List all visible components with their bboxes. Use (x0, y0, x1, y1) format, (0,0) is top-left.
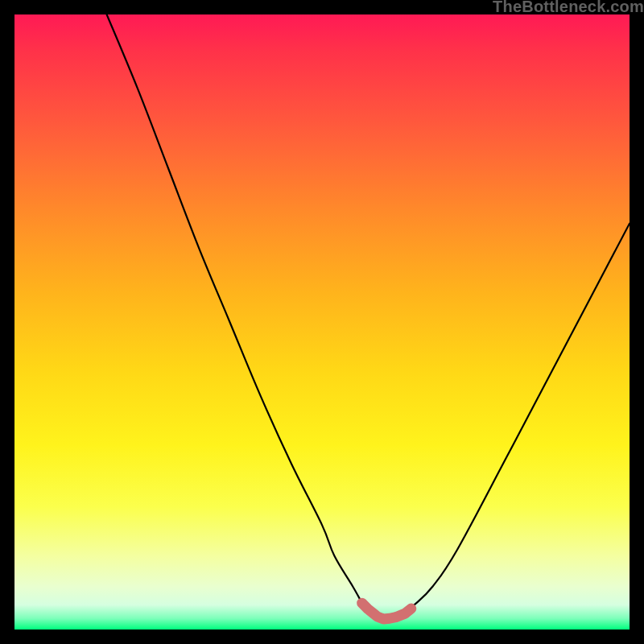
chart-canvas: TheBottleneck.com (0, 0, 644, 644)
watermark-text: TheBottleneck.com (493, 0, 644, 16)
bottleneck-curve (107, 14, 630, 620)
plot-area (14, 14, 630, 630)
highlight-markers (362, 603, 411, 619)
curve-layer (14, 14, 630, 630)
marker-segment (362, 603, 411, 619)
